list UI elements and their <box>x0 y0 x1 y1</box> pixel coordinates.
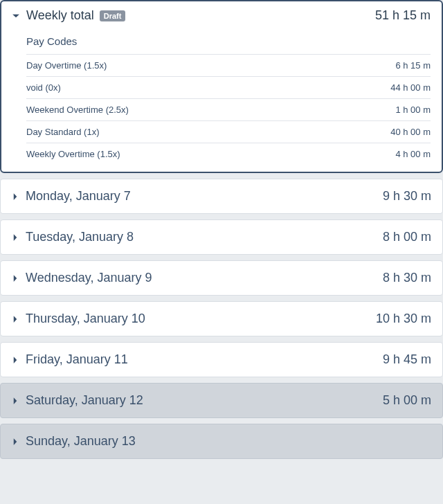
paycode-row: void (0x)44 h 00 m <box>26 76 431 98</box>
paycode-name: Weekend Overtime (2.5x) <box>26 105 129 115</box>
day-hours: 10 h 30 m <box>376 312 431 326</box>
day-hours: 5 h 00 m <box>383 393 431 408</box>
weekly-total-body: Pay Codes Day Overtime (1.5x)6 h 15 mvoi… <box>1 28 442 172</box>
day-label: Sunday, January 13 <box>26 434 136 449</box>
day-hours: 9 h 45 m <box>383 352 431 367</box>
day-card: Wednesday, January 98 h 30 m <box>0 260 443 296</box>
day-card: Monday, January 79 h 30 m <box>0 179 443 214</box>
paycode-hours: 44 h 00 m <box>390 82 431 93</box>
chevron-right-icon <box>9 231 21 244</box>
chevron-right-icon <box>9 395 21 407</box>
paycode-hours: 1 h 00 m <box>395 105 431 115</box>
day-header[interactable]: Saturday, January 125 h 00 m <box>1 384 442 417</box>
day-header[interactable]: Friday, January 119 h 45 m <box>1 343 442 377</box>
paycode-name: Day Standard (1x) <box>26 127 100 137</box>
day-card: Saturday, January 125 h 00 m <box>0 383 443 418</box>
day-card: Thursday, January 1010 h 30 m <box>0 301 443 336</box>
day-card: Sunday, January 13 <box>0 424 443 459</box>
chevron-down-icon <box>10 10 22 22</box>
pay-codes-list: Day Overtime (1.5x)6 h 15 mvoid (0x)44 h… <box>26 54 431 165</box>
paycode-row: Day Standard (1x)40 h 00 m <box>26 120 431 143</box>
day-header[interactable]: Thursday, January 1010 h 30 m <box>1 302 442 336</box>
paycode-hours: 6 h 15 m <box>395 60 431 71</box>
day-hours: 8 h 30 m <box>383 271 431 285</box>
day-label: Thursday, January 10 <box>26 312 145 326</box>
status-badge: Draft <box>100 10 126 21</box>
paycode-name: void (0x) <box>26 82 61 93</box>
day-label: Tuesday, January 8 <box>26 230 134 244</box>
weekly-total-hours: 51 h 15 m <box>375 8 431 23</box>
weekly-total-title: Weekly total <box>26 8 94 23</box>
chevron-right-icon <box>9 190 21 203</box>
day-card: Tuesday, January 88 h 00 m <box>0 219 443 255</box>
day-header[interactable]: Tuesday, January 88 h 00 m <box>1 220 442 254</box>
chevron-right-icon <box>9 354 21 366</box>
weekly-total-card: Weekly total Draft 51 h 15 m Pay Codes D… <box>0 0 443 173</box>
paycode-hours: 4 h 00 m <box>395 149 431 159</box>
day-label: Monday, January 7 <box>26 189 131 204</box>
day-hours: 8 h 00 m <box>383 230 431 244</box>
paycode-row: Day Overtime (1.5x)6 h 15 m <box>26 54 431 76</box>
paycode-name: Weekly Overtime (1.5x) <box>26 149 120 159</box>
paycode-name: Day Overtime (1.5x) <box>26 60 107 71</box>
chevron-right-icon <box>9 272 21 285</box>
day-label: Wednesday, January 9 <box>26 271 152 285</box>
day-card: Friday, January 119 h 45 m <box>0 342 443 377</box>
paycode-row: Weekly Overtime (1.5x)4 h 00 m <box>26 143 431 165</box>
day-header[interactable]: Sunday, January 13 <box>1 424 442 458</box>
weekly-total-header[interactable]: Weekly total Draft 51 h 15 m <box>1 1 442 28</box>
day-hours: 9 h 30 m <box>383 189 431 204</box>
day-label: Saturday, January 12 <box>26 393 143 408</box>
day-header[interactable]: Monday, January 79 h 30 m <box>1 179 442 213</box>
paycode-row: Weekend Overtime (2.5x)1 h 00 m <box>26 98 431 120</box>
paycode-hours: 40 h 00 m <box>390 127 431 137</box>
day-label: Friday, January 11 <box>26 352 128 367</box>
pay-codes-title: Pay Codes <box>26 31 431 54</box>
day-header[interactable]: Wednesday, January 98 h 30 m <box>1 261 442 295</box>
chevron-right-icon <box>9 435 21 448</box>
chevron-right-icon <box>9 313 21 325</box>
